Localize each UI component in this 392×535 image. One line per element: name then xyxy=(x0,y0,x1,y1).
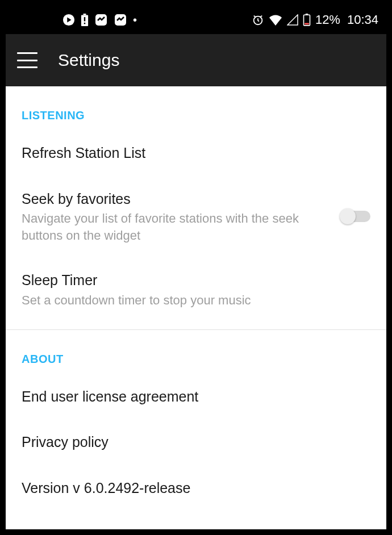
battery-alert-icon xyxy=(81,14,89,26)
status-notifications: • xyxy=(62,13,137,27)
setting-title: Refresh Station List xyxy=(22,144,370,162)
setting-privacy-policy[interactable]: Privacy policy xyxy=(6,419,386,465)
svg-rect-2 xyxy=(84,14,86,15)
toggle-seek-favorites[interactable] xyxy=(341,211,370,222)
setting-title: Privacy policy xyxy=(22,433,370,452)
more-dot-icon: • xyxy=(133,14,137,27)
app-bar: Settings xyxy=(6,34,386,86)
svg-rect-3 xyxy=(84,17,85,21)
page-title: Settings xyxy=(58,51,119,70)
messenger-icon xyxy=(114,13,127,27)
setting-title: End user license agreement xyxy=(22,387,370,406)
battery-low-icon xyxy=(303,14,311,26)
battery-percent: 12% xyxy=(315,12,340,27)
setting-sleep-timer[interactable]: Sleep Timer Set a countdown timer to sto… xyxy=(6,257,386,322)
setting-subtitle: Set a countdown timer to stop your music xyxy=(22,292,370,309)
status-indicators: 12% 10:34 xyxy=(252,12,378,27)
section-header-about: ABOUT xyxy=(6,330,386,374)
setting-title: Sleep Timer xyxy=(22,271,370,290)
svg-rect-10 xyxy=(305,23,309,25)
play-circle-icon xyxy=(62,14,75,26)
status-bar: • 12% 10:34 xyxy=(6,6,386,34)
setting-eula[interactable]: End user license agreement xyxy=(6,374,386,420)
menu-icon[interactable] xyxy=(17,52,37,68)
settings-content: LISTENING Refresh Station List Seek by f… xyxy=(6,86,386,529)
setting-seek-by-favorites[interactable]: Seek by favorites Navigate your list of … xyxy=(6,176,386,258)
setting-refresh-station-list[interactable]: Refresh Station List xyxy=(6,130,386,176)
setting-version[interactable]: Version v 6.0.2492-release xyxy=(6,465,386,511)
signal-icon xyxy=(287,14,298,26)
clock-time: 10:34 xyxy=(347,12,378,27)
section-header-listening: LISTENING xyxy=(6,86,386,130)
wifi-icon xyxy=(269,14,282,26)
setting-title: Version v 6.0.2492-release xyxy=(22,479,370,498)
setting-title: Seek by favorites xyxy=(22,190,330,208)
messenger-icon xyxy=(94,13,108,27)
alarm-icon xyxy=(252,14,264,26)
setting-subtitle: Navigate your list of favorite stations … xyxy=(22,210,330,244)
svg-rect-9 xyxy=(306,14,308,15)
svg-rect-4 xyxy=(84,23,85,24)
